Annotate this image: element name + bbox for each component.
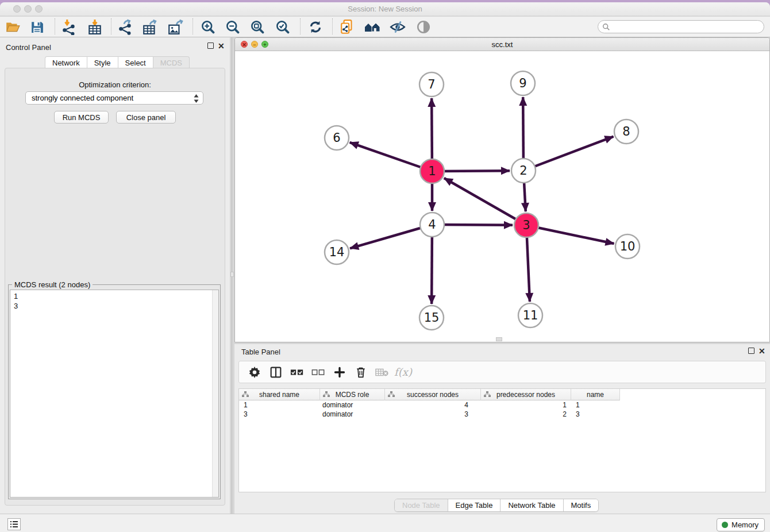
hide-selected-icon[interactable] — [388, 18, 407, 36]
select-all-checkboxes-icon[interactable] — [286, 363, 307, 381]
tab-select[interactable]: Select — [118, 56, 153, 68]
result-scrollbar[interactable] — [212, 290, 218, 497]
eye-slash-icon — [390, 20, 406, 34]
search-input[interactable] — [610, 23, 754, 31]
mcds-result-groupbox: MCDS result (2 nodes) 1 3 — [8, 284, 221, 499]
window-titlebar: Session: New Session — [0, 2, 770, 16]
column-layout-icon[interactable] — [265, 363, 286, 381]
node-table: shared nameMCDS rolesuccessor nodesprede… — [238, 388, 766, 492]
first-neighbors-icon[interactable] — [363, 18, 382, 36]
new-network-from-selection-icon[interactable] — [338, 18, 357, 36]
close-panel-button[interactable]: Close panel — [116, 111, 176, 124]
import-table-icon[interactable] — [85, 18, 105, 36]
graph-edge-3-10[interactable] — [526, 225, 614, 244]
graph-edge-2-8[interactable] — [523, 137, 614, 171]
graph-node-label: 11 — [523, 309, 538, 322]
import-network-glyph-icon — [61, 19, 77, 35]
graph-edge-4-14[interactable] — [350, 225, 432, 248]
float-panel-icon[interactable] — [207, 43, 214, 49]
zoom-out-icon[interactable] — [223, 18, 242, 36]
graph-node-label: 2 — [519, 164, 527, 178]
eye-disabled-icon — [416, 20, 431, 34]
graph-node-label: 9 — [519, 76, 526, 90]
table-cell: 4 — [385, 400, 481, 410]
delete-table-icon[interactable] — [371, 363, 392, 381]
optimization-criterion-dropdown[interactable]: strongly connected component — [25, 91, 203, 105]
export-table-glyph-icon — [142, 19, 158, 35]
zoom-in-icon[interactable] — [198, 18, 218, 36]
show-all-icon[interactable] — [414, 18, 433, 36]
tab-network-table[interactable]: Network Table — [500, 499, 563, 511]
zoom-fit-icon[interactable] — [248, 18, 267, 36]
floppy-disk-icon — [30, 20, 44, 34]
run-mcds-button[interactable]: Run MCDS — [54, 111, 109, 124]
open-session-icon[interactable] — [3, 18, 22, 36]
zoom-selected-icon[interactable] — [273, 18, 292, 36]
add-column-icon[interactable] — [329, 363, 350, 381]
toolbar-separator — [192, 18, 193, 34]
export-network-glyph-icon — [117, 19, 133, 35]
tab-style[interactable]: Style — [87, 56, 118, 68]
export-image-icon[interactable] — [165, 18, 185, 36]
network-canvas[interactable]: 7968124314101511 — [235, 51, 769, 342]
tab-network[interactable]: Network — [45, 56, 87, 68]
magnifier-check-icon — [275, 20, 291, 35]
column-header-name[interactable]: name — [571, 389, 620, 400]
magnifier-plus-icon — [201, 20, 216, 35]
task-history-button[interactable] — [7, 518, 21, 530]
mcds-result-title: MCDS result (2 nodes) — [12, 280, 93, 289]
duplicate-network-icon — [340, 19, 356, 35]
panel-divider[interactable] — [230, 37, 234, 514]
graph-edge-3-1[interactable] — [444, 178, 526, 225]
memory-label: Memory — [732, 521, 759, 529]
close-table-panel-icon[interactable]: ✕ — [759, 348, 765, 354]
tab-node-table[interactable]: Node Table — [395, 499, 448, 511]
mcds-result-textarea[interactable]: 1 3 — [10, 290, 219, 498]
export-network-icon[interactable] — [116, 18, 135, 36]
deselect-all-checkboxes-icon[interactable] — [307, 363, 329, 381]
column-header-successor-nodes[interactable]: successor nodes — [385, 389, 481, 400]
column-header-MCDS-role[interactable]: MCDS role — [320, 389, 385, 400]
import-network-icon[interactable] — [59, 18, 79, 36]
control-panel: Control Panel ✕ NetworkStyleSelectMCDS O… — [0, 37, 230, 514]
tab-motifs[interactable]: Motifs — [564, 499, 599, 511]
control-panel-title: Control Panel — [6, 43, 51, 52]
tab-mcds[interactable]: MCDS — [153, 56, 190, 68]
network-view-window: ✕ − + scc.txt 7968124314101511 — [234, 37, 770, 342]
divider-grip-icon[interactable] — [230, 272, 234, 277]
memory-button[interactable]: Memory — [717, 518, 765, 531]
list-icon — [10, 521, 18, 528]
table-cell: 3 — [385, 410, 481, 419]
graph-node-label: 7 — [428, 78, 435, 91]
canvas-grip-icon[interactable] — [496, 337, 502, 341]
refresh-view-icon[interactable] — [306, 18, 325, 36]
column-header-shared-name[interactable]: shared name — [239, 389, 320, 400]
export-table-icon[interactable] — [140, 18, 160, 36]
graph-edge-1-6[interactable] — [350, 142, 432, 171]
table-panel-title: Table Panel — [241, 348, 280, 356]
main-toolbar — [0, 17, 770, 37]
table-panel: Table Panel ✕ f(x) — [234, 344, 770, 514]
network-window-titlebar: ✕ − + scc.txt — [235, 38, 769, 51]
memory-status-icon — [722, 522, 728, 528]
table-row[interactable]: 3dominator323 — [239, 410, 765, 419]
save-session-icon[interactable] — [27, 18, 47, 36]
graph-node-label: 15 — [424, 311, 440, 325]
column-header-predecessor-nodes[interactable]: predecessor nodes — [481, 389, 571, 400]
refresh-arrows-icon — [308, 20, 323, 34]
import-table-glyph-icon — [87, 19, 103, 35]
column-settings-icon[interactable] — [244, 363, 265, 381]
float-table-panel-icon[interactable] — [748, 348, 754, 354]
graph-node-label: 6 — [333, 131, 340, 145]
function-builder-icon[interactable]: f(x) — [392, 363, 414, 381]
optimization-criterion-label: Optimization criterion: — [0, 80, 230, 89]
search-field[interactable] — [598, 20, 764, 33]
magnifier-fit-icon — [250, 20, 265, 35]
table-cell: 1 — [481, 400, 571, 410]
close-panel-icon[interactable]: ✕ — [218, 43, 225, 49]
magnifier-minus-icon — [225, 20, 241, 35]
network-graph: 7968124314101511 — [235, 51, 769, 342]
tab-edge-table[interactable]: Edge Table — [448, 499, 501, 511]
table-row[interactable]: 1dominator411 — [239, 400, 765, 410]
delete-column-icon[interactable] — [350, 363, 371, 381]
